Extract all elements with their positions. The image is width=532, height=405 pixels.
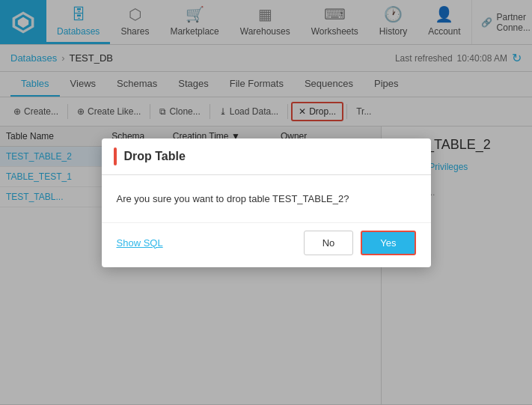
modal-footer: Show SQL No Yes [102, 222, 431, 267]
modal-buttons: No Yes [304, 231, 416, 255]
modal-message: Are you sure you want to drop table TEST… [117, 193, 349, 204]
drop-table-modal: Drop Table Are you sure you want to drop… [102, 138, 431, 267]
show-sql-link[interactable]: Show SQL [117, 237, 163, 249]
modal-header: Drop Table [102, 138, 431, 175]
modal-overlay: Drop Table Are you sure you want to drop… [0, 0, 532, 405]
no-button[interactable]: No [304, 231, 354, 255]
modal-header-accent [114, 147, 117, 165]
modal-title: Drop Table [124, 150, 186, 163]
yes-button[interactable]: Yes [361, 231, 415, 255]
modal-body: Are you sure you want to drop table TEST… [102, 175, 431, 222]
